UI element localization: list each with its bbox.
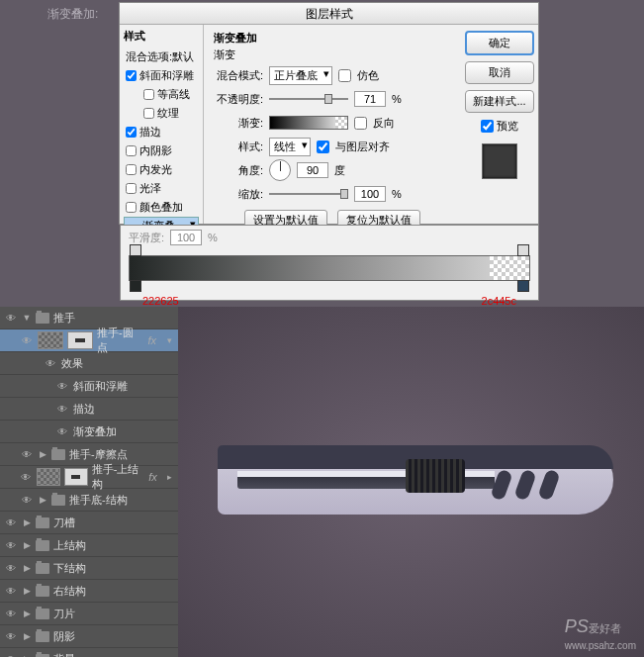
opacity-slider[interactable]	[269, 98, 348, 100]
layer-pusher-dot[interactable]: 👁推手-圆点fx▾	[0, 329, 178, 352]
visibility-icon[interactable]: 👁	[20, 335, 34, 346]
opacity-thumb[interactable]	[324, 94, 332, 104]
angle-input[interactable]: 90	[297, 162, 328, 178]
layer-pusher-top[interactable]: 👁推手-上结构fx▸	[0, 466, 178, 489]
cancel-button[interactable]: 取消	[465, 61, 534, 84]
knife-illustration	[198, 416, 623, 534]
hex-right: 2c445c	[482, 295, 516, 307]
texture-checkbox[interactable]	[143, 108, 154, 119]
visibility-icon[interactable]: 👁	[20, 472, 33, 483]
style-contour[interactable]: 等高线	[124, 85, 199, 104]
inner-shadow-checkbox[interactable]	[126, 145, 137, 156]
fx-badge[interactable]: fx	[147, 334, 156, 346]
folder-icon	[36, 517, 49, 528]
ok-button[interactable]: 确定	[465, 31, 534, 55]
new-style-button[interactable]: 新建样式...	[465, 90, 534, 113]
visibility-icon[interactable]: 👁	[55, 381, 69, 392]
bevel-checkbox[interactable]	[126, 70, 137, 81]
group-title: 渐变叠加	[214, 31, 451, 46]
color-stop-left[interactable]	[130, 280, 141, 292]
visibility-icon[interactable]: 👁	[44, 358, 57, 369]
visibility-icon[interactable]: 👁	[20, 449, 34, 460]
blend-mode-select[interactable]: 正片叠底	[269, 66, 332, 85]
visibility-icon[interactable]: 👁	[4, 517, 18, 528]
collapse-icon[interactable]: ▾	[164, 335, 174, 345]
expand-icon[interactable]: ▶	[22, 609, 32, 618]
expand-icon[interactable]: ▼	[22, 313, 32, 323]
style-blending-options[interactable]: 混合选项:默认	[124, 47, 199, 66]
contour-checkbox[interactable]	[143, 89, 154, 100]
effect-stroke[interactable]: 👁描边	[0, 398, 178, 421]
visibility-icon[interactable]: 👁	[4, 313, 18, 324]
satin-checkbox[interactable]	[126, 183, 137, 194]
color-stop-right[interactable]	[517, 280, 529, 292]
blend-mode-label: 混合模式:	[214, 68, 263, 83]
gradient-bar[interactable]	[129, 255, 530, 281]
preview-checkbox[interactable]	[481, 120, 494, 133]
dialog-title: 图层样式	[120, 3, 538, 25]
expand-icon[interactable]: ▶	[22, 540, 32, 550]
folder-icon	[36, 631, 49, 642]
fx-badge[interactable]: fx	[148, 471, 157, 483]
layer-group-bottom[interactable]: 👁▶下结构	[0, 557, 178, 580]
style-select[interactable]: 线性	[269, 138, 311, 156]
layer-group-bg[interactable]: 👁▶背景	[0, 648, 178, 657]
preview-label: 预览	[497, 119, 518, 134]
opacity-stop-left[interactable]	[130, 244, 141, 256]
style-texture[interactable]: 纹理	[124, 104, 199, 123]
visibility-icon[interactable]: 👁	[4, 631, 18, 642]
style-bevel[interactable]: 斜面和浮雕	[124, 66, 199, 85]
layer-thumb	[37, 468, 60, 486]
expand-icon[interactable]: ▶	[38, 449, 47, 459]
preview-swatch	[482, 143, 517, 179]
visibility-icon[interactable]: 👁	[20, 495, 34, 506]
layer-group-blade[interactable]: 👁▶刀片	[0, 603, 178, 625]
effect-gradient-overlay[interactable]: 👁渐变叠加	[0, 421, 178, 443]
folder-icon	[36, 540, 49, 551]
style-stroke[interactable]: 描边	[124, 123, 199, 141]
opacity-stop-right[interactable]	[517, 244, 529, 256]
expand-icon[interactable]: ▶	[22, 631, 32, 641]
expand-icon[interactable]: ▶	[22, 586, 32, 596]
angle-dial[interactable]	[269, 159, 291, 181]
folder-icon	[36, 586, 49, 597]
visibility-icon[interactable]: 👁	[4, 540, 18, 551]
visibility-icon[interactable]: 👁	[55, 426, 69, 437]
color-overlay-checkbox[interactable]	[126, 202, 137, 213]
style-satin[interactable]: 光泽	[124, 179, 199, 198]
layer-group-shadow[interactable]: 👁▶阴影	[0, 625, 178, 648]
visibility-icon[interactable]: 👁	[4, 609, 18, 619]
style-color-overlay[interactable]: 颜色叠加	[124, 198, 199, 217]
expand-icon[interactable]: ▶	[22, 563, 32, 573]
expand-icon[interactable]: ▶	[22, 517, 32, 527]
scale-input[interactable]: 100	[354, 186, 386, 202]
layer-group-slot[interactable]: 👁▶刀槽	[0, 512, 178, 534]
gradient-picker[interactable]	[269, 116, 348, 130]
visibility-icon[interactable]: 👁	[4, 563, 18, 574]
visibility-icon[interactable]: 👁	[55, 404, 69, 415]
dither-checkbox[interactable]	[338, 69, 351, 82]
expand-icon[interactable]: ▶	[38, 495, 47, 505]
scale-thumb[interactable]	[340, 189, 348, 199]
layer-group-right[interactable]: 👁▶右结构	[0, 580, 178, 603]
align-checkbox[interactable]	[317, 141, 329, 153]
effect-bevel[interactable]: 👁斜面和浮雕	[0, 375, 178, 398]
layer-group-pusher[interactable]: 👁▼推手	[0, 307, 178, 329]
collapse-icon[interactable]: ▸	[165, 472, 174, 482]
visibility-icon[interactable]: 👁	[4, 586, 18, 597]
layer-group-pusher-bottom[interactable]: 👁▶推手底-结构	[0, 489, 178, 512]
watermark: PS爱好者 www.psahz.com	[565, 616, 636, 653]
layer-group-top[interactable]: 👁▶上结构	[0, 534, 178, 557]
stroke-checkbox[interactable]	[126, 127, 137, 138]
scale-slider[interactable]	[269, 193, 348, 195]
effects-row[interactable]: 👁效果	[0, 352, 178, 375]
style-inner-glow[interactable]: 内发光	[124, 160, 199, 179]
opacity-input[interactable]: 71	[354, 91, 386, 107]
visibility-icon[interactable]: 👁	[4, 654, 18, 658]
reverse-checkbox[interactable]	[354, 117, 367, 130]
inner-glow-checkbox[interactable]	[126, 164, 137, 175]
smooth-input[interactable]: 100	[170, 230, 202, 245]
style-inner-shadow[interactable]: 内阴影	[124, 141, 199, 160]
layer-group-friction[interactable]: 👁▶推手-摩擦点	[0, 443, 178, 466]
pct-label: %	[392, 93, 402, 105]
